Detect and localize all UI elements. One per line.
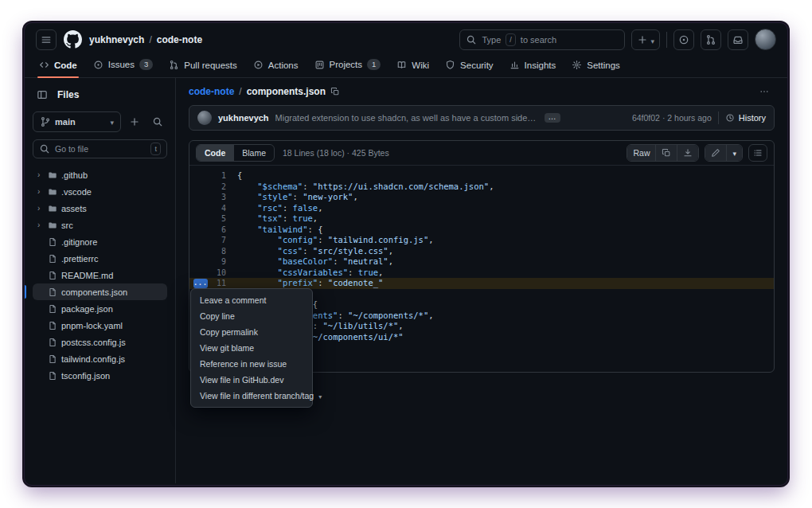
commit-author-avatar[interactable]: [197, 111, 212, 125]
line-content: "baseColor": "neutral",: [237, 256, 393, 268]
tree-item-assets[interactable]: assets: [33, 200, 167, 217]
breadcrumb-owner-link[interactable]: yukhnevych: [89, 34, 144, 45]
chevron-right-icon: [37, 188, 44, 196]
line-number[interactable]: 2: [189, 182, 237, 193]
file-more-options-button[interactable]: [754, 84, 775, 100]
line-number[interactable]: 9: [189, 256, 237, 268]
edit-file-dropdown-button[interactable]: [726, 145, 742, 161]
plus-icon: [129, 116, 140, 127]
github-logo[interactable]: [64, 30, 82, 49]
edit-file-button[interactable]: [705, 145, 726, 161]
commit-sha-link[interactable]: 64f0f02: [632, 113, 660, 123]
add-file-button[interactable]: [125, 112, 144, 131]
tab-pull-requests[interactable]: Pull requests: [162, 56, 243, 77]
menu-item-copy-line[interactable]: Copy line: [191, 308, 312, 324]
breadcrumb-repo-link[interactable]: code-note: [157, 34, 202, 45]
user-avatar[interactable]: [755, 29, 776, 50]
search-this-repo-button[interactable]: [148, 112, 167, 131]
tree-item-label: .prettierrc: [61, 254, 98, 264]
tab-settings[interactable]: Settings: [565, 56, 627, 77]
tree-item-package-json[interactable]: package.json: [33, 300, 167, 317]
tab-insights[interactable]: Insights: [503, 56, 563, 77]
tab-label: Code: [54, 61, 77, 70]
commit-message[interactable]: Migrated extension to use shadcn, as wel…: [275, 113, 538, 123]
tree-item-readme-md[interactable]: README.md: [33, 267, 167, 283]
line-number[interactable]: 3: [189, 192, 237, 203]
line-content: {: [237, 170, 242, 182]
raw-button[interactable]: Raw: [627, 145, 655, 161]
go-to-file-input[interactable]: Go to file t: [33, 139, 167, 158]
menu-item-view-file-in-github-dev[interactable]: View file in GitHub.dev: [191, 372, 312, 388]
copy-raw-button[interactable]: [655, 145, 677, 161]
line-number[interactable]: 8: [189, 246, 237, 257]
symbols-panel-button[interactable]: [748, 144, 767, 162]
menu-item-label: View file in different branch/tag: [200, 391, 314, 401]
menu-item-reference-in-new-issue[interactable]: Reference in new issue: [191, 356, 312, 372]
tree-item-vscode[interactable]: .vscode: [33, 183, 167, 200]
pull-requests-dashboard-button[interactable]: [701, 29, 721, 50]
actions-icon: [253, 60, 264, 70]
menu-item-leave-a-comment[interactable]: Leave a comment: [191, 292, 312, 308]
commit-message-expand-button[interactable]: [545, 113, 560, 123]
commit-meta-separator: ·: [662, 113, 666, 123]
tab-issues[interactable]: Issues3: [87, 55, 160, 77]
folder-icon: [48, 221, 57, 230]
copy-path-icon[interactable]: [330, 87, 340, 96]
chevron-down-icon: [110, 117, 114, 127]
line-number[interactable]: 4: [189, 203, 237, 214]
chevron-down-icon: [732, 148, 736, 158]
tab-security[interactable]: Security: [439, 56, 500, 77]
commit-time: 2 hours ago: [667, 113, 711, 123]
tab-actions[interactable]: Actions: [247, 56, 305, 77]
file-tree: .github.vscodeassetssrc.gitignore.pretti…: [33, 166, 167, 384]
tree-item-prettierrc[interactable]: .prettierrc: [33, 250, 167, 267]
breadcrumb-repo-link[interactable]: code-note: [189, 86, 234, 97]
notifications-inbox-button[interactable]: [728, 29, 748, 50]
kebab-horizontal-icon: [759, 87, 769, 96]
tree-item-tsconfig-json[interactable]: tsconfig.json: [33, 367, 167, 384]
hamburger-menu-button[interactable]: [36, 29, 57, 50]
branch-selector-button[interactable]: main: [33, 111, 121, 132]
line-number[interactable]: 10: [189, 268, 237, 279]
search-placeholder-suffix: to search: [521, 35, 556, 45]
collapse-file-tree-button[interactable]: [33, 85, 52, 104]
global-search-input[interactable]: Type / to search: [459, 29, 625, 50]
create-new-button[interactable]: [631, 29, 660, 50]
tree-item-github[interactable]: .github: [33, 166, 167, 183]
code-view-button[interactable]: Code: [197, 145, 233, 161]
tree-item-gitignore[interactable]: .gitignore: [33, 233, 167, 250]
tree-item-src[interactable]: src: [33, 217, 167, 233]
tree-item-label: src: [61, 221, 73, 230]
line-number[interactable]: 6: [189, 225, 237, 236]
issues-dashboard-button[interactable]: [673, 29, 694, 50]
line-number[interactable]: 1: [189, 170, 237, 182]
menu-item-copy-permalink[interactable]: Copy permalink: [191, 324, 312, 340]
blame-view-button[interactable]: Blame: [233, 145, 274, 161]
tree-item-pnpm-lock-yaml[interactable]: pnpm-lock.yaml: [33, 317, 167, 334]
breadcrumb-separator: /: [239, 86, 241, 97]
line-content: "rsc": false,: [237, 203, 323, 214]
line-content: "$schema": "https://ui.shadcn.com/schema…: [237, 182, 494, 193]
tab-code[interactable]: Code: [33, 56, 84, 77]
menu-item-view-file-in-different-branch-tag[interactable]: View file in different branch/tag: [191, 388, 312, 404]
line-number[interactable]: 5: [189, 213, 237, 225]
line-kebab-button[interactable]: [193, 279, 208, 288]
tree-item-postcss-config-js[interactable]: postcss.config.js: [33, 334, 167, 350]
download-raw-button[interactable]: [677, 145, 698, 161]
menu-item-view-git-blame[interactable]: View git blame: [191, 340, 312, 356]
line-number[interactable]: 7: [189, 235, 237, 246]
files-title: Files: [57, 89, 79, 100]
main-area: Files main Go to file t .g: [25, 78, 787, 483]
tab-projects[interactable]: Projects1: [308, 55, 388, 77]
code-toolbar: Code Blame 18 Lines (18 loc) · 425 Bytes…: [189, 141, 774, 166]
tree-item-tailwind-config-js[interactable]: tailwind.config.js: [33, 350, 167, 367]
history-button[interactable]: History: [725, 113, 766, 123]
file-breadcrumb: code-note / components.json: [189, 81, 775, 102]
raw-copy-download-group: Raw: [627, 144, 699, 162]
tab-wiki[interactable]: Wiki: [390, 56, 435, 77]
tree-item-components-json[interactable]: components.json: [33, 283, 167, 300]
commit-author[interactable]: yukhnevych: [218, 113, 269, 123]
code-toolbar-actions: Raw: [627, 144, 767, 162]
tab-label: Insights: [525, 61, 556, 70]
browser-window: yukhnevych / code-note Type / to search: [24, 22, 788, 486]
